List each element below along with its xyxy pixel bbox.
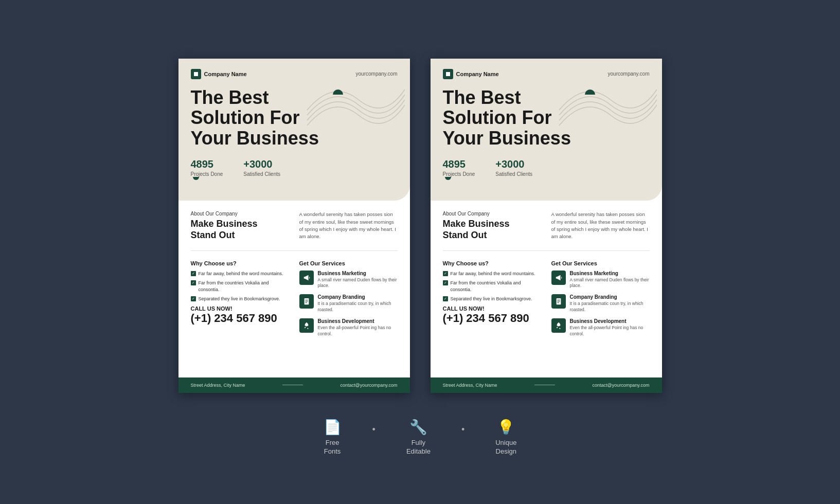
stat-1-2: 4895 Projects Done — [443, 158, 475, 177]
service-item-5: Company Branding It is a paradisematic c… — [551, 294, 650, 313]
about-description-2: A wonderful serenity has taken posses si… — [551, 211, 650, 241]
footer-email-2: contact@yourcompany.com — [592, 383, 649, 388]
why-item-3: Separated they live in Bookmarksgrove. — [191, 296, 289, 302]
why-title-1: Why Choose us? — [191, 260, 289, 266]
service-desc-3: Even the all-powerful Point ing has no c… — [318, 325, 398, 337]
footer-divider-1 — [282, 385, 303, 385]
service-text-6: Business Development Even the all-powerf… — [570, 318, 650, 337]
service-item-3: Business Development Even the all-powerf… — [299, 318, 398, 337]
service-text-5: Company Branding It is a paradisematic c… — [570, 294, 650, 313]
flyer-body-2: About Our Company Make Business Stand Ou… — [431, 201, 662, 377]
about-description-1: A wonderful serenity has taken posses si… — [299, 211, 398, 241]
stat-number-2: +3000 — [243, 158, 280, 170]
flyer-1: Company Name yourcompany.com The Best So… — [178, 59, 410, 393]
about-title-1: Make Business Stand Out — [191, 219, 289, 241]
service-icon-dev-2 — [551, 318, 566, 333]
service-name-3: Business Development — [318, 318, 398, 324]
checkbox-icon-5 — [443, 280, 448, 285]
service-name-1: Business Marketing — [318, 271, 398, 276]
headline-1: The Best Solution For Your Business — [191, 87, 398, 149]
call-section-2: CALL US NOW! (+1) 234 567 890 — [443, 305, 541, 325]
service-name-4: Business Marketing — [570, 271, 650, 276]
footer-email-1: contact@yourcompany.com — [340, 383, 397, 388]
stat-2-2: +3000 Satisfied Clients — [495, 158, 532, 177]
stat-1-1: 4895 Projects Done — [191, 158, 223, 177]
flyer-footer-1: Street Address, City Name contact@yourco… — [178, 377, 410, 393]
top-bar-2: Company Name yourcompany.com — [443, 69, 650, 79]
service-icon-branding-2 — [551, 294, 566, 309]
feature-fully-editable: 🔧 FullyEditable — [406, 419, 431, 456]
fully-editable-label: FullyEditable — [406, 439, 431, 456]
document-icon-1 — [303, 298, 310, 305]
why-item-text-2: Far from the countries Vokalia and conso… — [199, 280, 289, 293]
call-number-1: (+1) 234 567 890 — [191, 312, 289, 325]
flyer-body-1: About Our Company Make Business Stand Ou… — [178, 201, 410, 377]
company-logo-icon-2 — [445, 71, 451, 77]
service-text-3: Business Development Even the all-powerf… — [318, 318, 398, 337]
website-2: yourcompany.com — [608, 71, 650, 77]
stat-label-1: Projects Done — [191, 171, 223, 177]
why-item-5: Far from the countries Vokalia and conso… — [443, 280, 541, 293]
two-col-2: Why Choose us? Far far away, behind the … — [443, 260, 650, 343]
features-bar: 📄 FreeFonts • 🔧 FullyEditable • 💡 Unique… — [324, 413, 517, 456]
stats-row-2: 4895 Projects Done +3000 Satisfied Clien… — [443, 158, 650, 177]
free-fonts-icon: 📄 — [324, 419, 342, 436]
company-name-row-2: Company Name — [443, 69, 499, 79]
top-bar-1: Company Name yourcompany.com — [191, 69, 398, 79]
service-name-2: Company Branding — [318, 294, 398, 300]
why-choose-2: Why Choose us? Far far away, behind the … — [443, 260, 541, 343]
dot-2: • — [461, 424, 464, 435]
unique-design-icon: 💡 — [497, 419, 515, 436]
stat-number-3: 4895 — [443, 158, 475, 170]
company-icon-1 — [191, 69, 201, 79]
why-item-6: Separated they live in Bookmarksgrove. — [443, 296, 541, 302]
why-item-text-6: Separated they live in Bookmarksgrove. — [451, 296, 532, 302]
why-choose-1: Why Choose us? Far far away, behind the … — [191, 260, 289, 343]
service-name-6: Business Development — [570, 318, 650, 324]
footer-address-2: Street Address, City Name — [443, 383, 497, 388]
call-number-2: (+1) 234 567 890 — [443, 312, 541, 325]
service-item-2: Company Branding It is a paradisematic c… — [299, 294, 398, 313]
headline-2: The Best Solution For Your Business — [443, 87, 650, 149]
about-section-1: About Our Company Make Business Stand Ou… — [191, 211, 398, 250]
why-item-1: Far far away, behind the word mountains. — [191, 271, 289, 277]
service-desc-5: It is a paradisematic coun try, in which… — [570, 301, 650, 313]
company-name-row-1: Company Name — [191, 69, 247, 79]
flyer-header-1: Company Name yourcompany.com The Best So… — [178, 59, 410, 201]
checkbox-icon-2 — [191, 280, 196, 285]
why-item-4: Far far away, behind the word mountains. — [443, 271, 541, 277]
document-icon-2 — [555, 298, 562, 305]
services-title-2: Get Our Services — [551, 260, 650, 266]
service-item-6: Business Development Even the all-powerf… — [551, 318, 650, 337]
halfcircle-bottom-1 — [193, 177, 199, 180]
service-item-1: Business Marketing A small river named D… — [299, 271, 398, 290]
service-text-1: Business Marketing A small river named D… — [318, 271, 398, 290]
company-logo-icon-1 — [193, 71, 199, 77]
feature-free-fonts: 📄 FreeFonts — [324, 419, 342, 456]
about-section-2: About Our Company Make Business Stand Ou… — [443, 211, 650, 250]
checkbox-icon-6 — [443, 296, 448, 301]
megaphone-icon-1 — [303, 274, 310, 281]
unique-design-label: UniqueDesign — [495, 439, 516, 456]
why-item-2: Far from the countries Vokalia and conso… — [191, 280, 289, 293]
why-list-2: Far far away, behind the word mountains.… — [443, 271, 541, 302]
free-fonts-label: FreeFonts — [324, 439, 341, 456]
stat-label-2: Satisfied Clients — [243, 171, 280, 177]
website-1: yourcompany.com — [356, 71, 398, 77]
service-icon-branding-1 — [299, 294, 314, 309]
call-section-1: CALL US NOW! (+1) 234 567 890 — [191, 305, 289, 325]
flyer-header-2: Company Name yourcompany.com The Best So… — [431, 59, 662, 201]
service-desc-1: A small river named Duden flows by their… — [318, 277, 398, 290]
about-left-1: About Our Company Make Business Stand Ou… — [191, 211, 289, 241]
call-label-1: CALL US NOW! — [191, 305, 289, 312]
about-title-2: Make Business Stand Out — [443, 219, 541, 241]
flyer-footer-2: Street Address, City Name contact@yourco… — [431, 377, 662, 393]
company-name-2: Company Name — [456, 71, 499, 77]
checkbox-icon-3 — [191, 296, 196, 301]
why-item-text-1: Far far away, behind the word mountains. — [199, 271, 283, 277]
fully-editable-icon: 🔧 — [409, 419, 427, 436]
rocket-icon-2 — [555, 322, 562, 329]
service-desc-6: Even the all-powerful Point ing has no c… — [570, 325, 650, 337]
service-desc-4: A small river named Duden flows by their… — [570, 277, 650, 290]
stat-label-3: Projects Done — [443, 171, 475, 177]
